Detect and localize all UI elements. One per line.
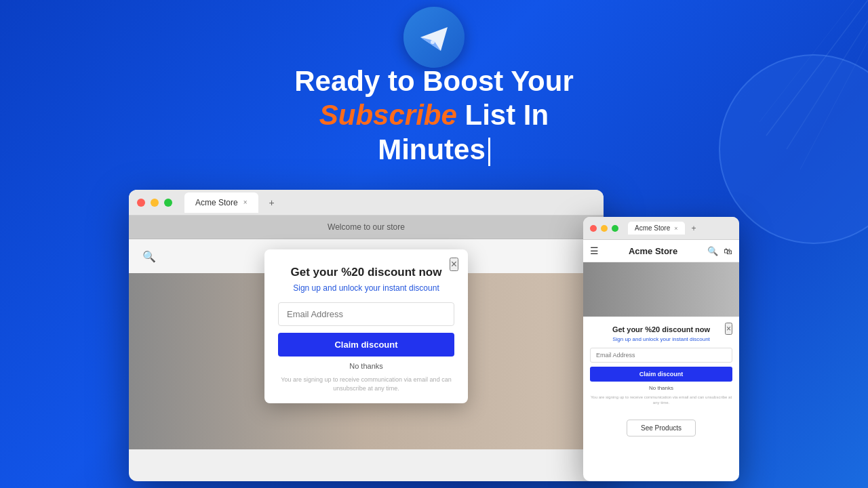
- browser-sec-content: ☰ Acme Store 🔍 🛍 × Get your %20 discount…: [583, 240, 739, 481]
- popup-modal-main: × Get your %20 discount now Sign up and …: [264, 249, 468, 403]
- browser-main: Acme Store × + Welcome to our store 🔍 × …: [129, 190, 604, 481]
- sec-popup-disclaimer: You are signing up to receive communicat…: [590, 394, 732, 406]
- sec-email-input[interactable]: [590, 348, 732, 363]
- sec-no-thanks[interactable]: No thanks: [590, 385, 732, 391]
- browsers-container: Acme Store × + Welcome to our store 🔍 × …: [129, 190, 739, 488]
- browser-sec-titlebar: Acme Store × +: [583, 217, 739, 240]
- svg-line-0: [766, 0, 868, 136]
- svg-line-3: [760, 0, 854, 122]
- traffic-light-red[interactable]: [137, 199, 145, 207]
- popup-modal-secondary: × Get your %20 discount now Sign up and …: [583, 317, 739, 411]
- sec-traffic-yellow[interactable]: [601, 225, 608, 232]
- sec-tab-label: Acme Store: [635, 224, 670, 232]
- hero-section: Ready to Boost Your Subscribe List In Mi…: [197, 64, 671, 167]
- svg-point-6: [431, 40, 435, 44]
- bg-lines-right: [665, 0, 868, 203]
- hero-line1: Ready to Boost Your: [197, 64, 671, 98]
- traffic-light-green[interactable]: [164, 199, 172, 207]
- tab-close-btn[interactable]: ×: [243, 199, 248, 206]
- hero-white-text: List In: [465, 99, 549, 131]
- hero-orange-text: Subscribe: [319, 99, 457, 131]
- traffic-light-yellow[interactable]: [151, 199, 159, 207]
- claim-discount-btn[interactable]: Claim discount: [278, 333, 454, 357]
- sec-traffic-red[interactable]: [590, 225, 597, 232]
- hero-line2: Subscribe List In: [197, 98, 671, 132]
- svg-line-1: [787, 20, 868, 149]
- sec-tab-close[interactable]: ×: [674, 225, 677, 232]
- popup-disclaimer: You are signing up to receive communicat…: [278, 375, 454, 392]
- text-cursor: [488, 138, 490, 166]
- browser-main-content: Welcome to our store 🔍 × Get your %20 di…: [129, 216, 604, 481]
- sec-navbar: ☰ Acme Store 🔍 🛍: [583, 240, 739, 262]
- sec-popup-close-btn[interactable]: ×: [725, 323, 732, 335]
- email-input[interactable]: [278, 302, 454, 326]
- search-icon[interactable]: 🔍: [142, 250, 156, 263]
- see-products-btn[interactable]: See Products: [627, 420, 696, 436]
- popup-close-btn[interactable]: ×: [450, 258, 458, 271]
- sec-traffic-green[interactable]: [612, 225, 618, 232]
- popup-title: Get your %20 discount now: [278, 266, 454, 279]
- svg-line-2: [800, 41, 868, 169]
- sec-search-icon[interactable]: 🔍: [707, 246, 718, 256]
- sec-store-name: Acme Store: [604, 246, 702, 256]
- tab-label: Acme Store: [195, 198, 238, 207]
- sec-popup-subtitle: Sign up and unlock your instant discount: [590, 336, 732, 342]
- sec-store-image: [583, 262, 739, 317]
- new-tab-btn[interactable]: +: [264, 195, 280, 211]
- logo-circle: [403, 7, 465, 68]
- hero-line3: Minutes: [197, 133, 671, 167]
- sec-new-tab[interactable]: +: [692, 224, 696, 233]
- sec-browser-tab[interactable]: Acme Store ×: [628, 222, 685, 235]
- popup-subtitle: Sign up and unlock your instant discount: [278, 283, 454, 293]
- sec-popup-title: Get your %20 discount now: [590, 325, 732, 333]
- store-banner: Welcome to our store: [129, 216, 604, 239]
- browser-tab[interactable]: Acme Store ×: [184, 192, 258, 213]
- sec-menu-icon[interactable]: ☰: [590, 245, 599, 256]
- sec-cart-icon[interactable]: 🛍: [724, 246, 732, 256]
- sec-claim-btn[interactable]: Claim discount: [590, 367, 732, 382]
- logo-icon: [417, 20, 451, 54]
- browser-main-titlebar: Acme Store × +: [129, 190, 604, 216]
- browser-secondary: Acme Store × + ☰ Acme Store 🔍 🛍 × Get yo…: [583, 217, 739, 481]
- no-thanks-link[interactable]: No thanks: [278, 362, 454, 370]
- see-products-section: See Products: [583, 411, 739, 445]
- logo-area: [403, 7, 465, 68]
